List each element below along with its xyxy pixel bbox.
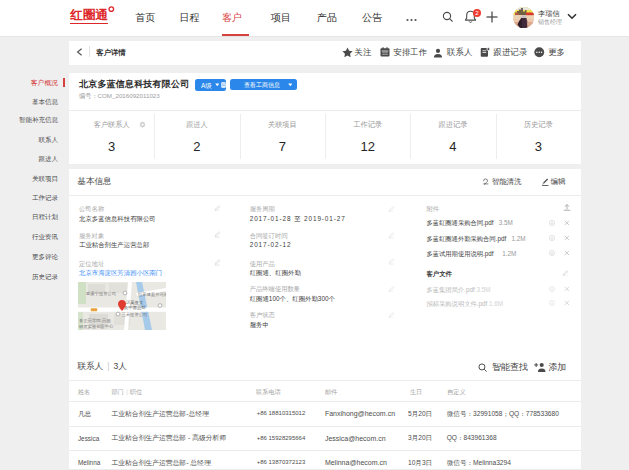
svg-text:三禾投资公司: 三禾投资公司 (122, 312, 148, 317)
svg-text:恒基建新开河桥: 恒基建新开河桥 (137, 292, 166, 297)
svg-text:盛康宁投资公司: 盛康宁投资公司 (86, 291, 116, 296)
svg-text:研发实验创新中心: 研发实验创新中心 (79, 323, 114, 329)
svg-text:汉高亚太: 汉高亚太 (126, 300, 144, 305)
svg-text:及中国总部: 及中国总部 (124, 305, 145, 310)
